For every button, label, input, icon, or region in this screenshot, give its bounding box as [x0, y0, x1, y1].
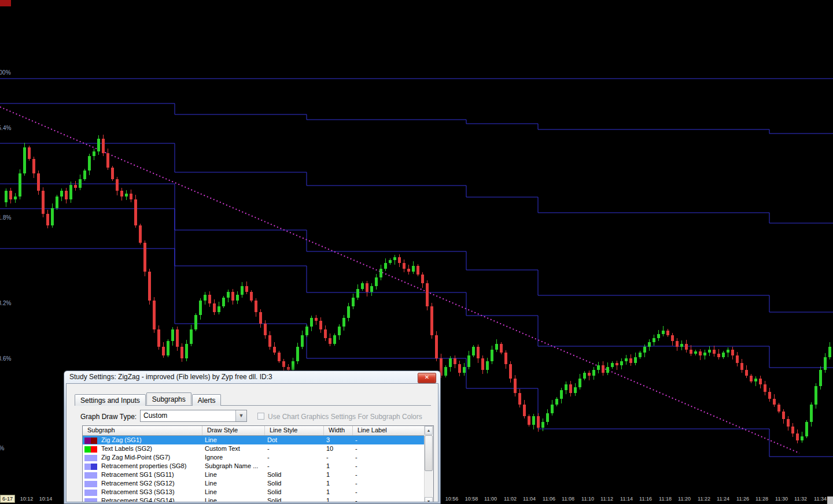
use-chart-graphics-checkbox[interactable] — [257, 413, 264, 420]
line-style-cell[interactable]: Dot — [265, 436, 324, 444]
line-label-cell[interactable]: - — [353, 444, 425, 453]
time-axis-label: 10:56 — [445, 496, 459, 502]
width-cell[interactable]: 1 — [324, 470, 353, 479]
subgraph-color-swatch[interactable] — [83, 479, 99, 488]
subgraph-name-cell[interactable]: Retracement SG3 (SG13) — [99, 488, 202, 496]
column-header[interactable]: Draw Style — [202, 426, 265, 435]
draw-style-cell[interactable]: Line — [202, 488, 265, 496]
time-axis-label: 11:16 — [639, 496, 652, 502]
line-style-cell[interactable]: - — [265, 462, 324, 470]
study-settings-dialog: Study Settings: ZigZag - improved (Fib l… — [64, 370, 441, 504]
subgraph-color-swatch[interactable] — [83, 470, 99, 479]
width-cell[interactable]: 1 — [324, 479, 353, 488]
scrollbar-thumb[interactable] — [425, 435, 433, 471]
width-cell[interactable]: 1 — [324, 488, 353, 496]
dropdown-selected-value: Custom — [143, 412, 167, 420]
subgraph-color-swatch[interactable] — [83, 496, 99, 502]
tab-subgraphs[interactable]: Subgraphs — [146, 392, 191, 405]
subgraphs-table: SubgraphDraw StyleLine StyleWidthLine La… — [82, 425, 434, 502]
line-label-cell[interactable]: - — [353, 488, 425, 496]
subgraph-row[interactable]: Retracement SG4 (SG14)LineSolid1- — [83, 496, 425, 502]
subgraph-color-swatch[interactable] — [83, 436, 99, 444]
subgraph-row[interactable]: Text Labels (SG2)Custom Text-10- — [83, 444, 425, 453]
time-axis-label: 10:58 — [465, 496, 478, 502]
time-axis-label: 10:14 — [39, 496, 53, 502]
fib-retracement-line — [0, 143, 833, 223]
width-cell[interactable]: 3 — [324, 436, 353, 444]
line-label-cell[interactable]: - — [353, 470, 425, 479]
table-scrollbar[interactable]: ▲ ▼ — [424, 426, 433, 502]
dialog-titlebar[interactable]: Study Settings: ZigZag - improved (Fib l… — [66, 371, 438, 383]
fib-percent-label: 38.2% — [0, 300, 11, 306]
subgraph-name-cell[interactable]: Text Labels (SG2) — [99, 444, 202, 453]
draw-style-cell[interactable]: Ignore — [202, 453, 265, 462]
connection-status-box — [0, 0, 11, 6]
width-cell[interactable]: 1 — [324, 462, 353, 470]
subgraph-row[interactable]: Retracement SG2 (SG12)LineSolid1- — [83, 479, 425, 488]
subgraph-row[interactable]: Retracement properties (SG8)Subgraph Nam… — [83, 462, 425, 470]
column-header[interactable]: Line Label — [353, 426, 425, 435]
graph-draw-type-dropdown[interactable]: Custom ▼ — [140, 410, 247, 422]
subgraph-row[interactable]: Zig Zag (SG1)LineDot3- — [83, 436, 425, 444]
tab-strip: Settings and InputsSubgraphsAlerts — [75, 392, 431, 406]
time-axis-label: 10:12 — [20, 496, 34, 502]
subgraph-row[interactable]: Zig Zag Mid-Point (SG7)Ignore--- — [83, 453, 425, 462]
fib-retracement-line — [0, 209, 833, 368]
time-axis-label: 11:22 — [698, 496, 710, 502]
line-label-cell[interactable]: - — [353, 462, 425, 470]
subgraph-color-swatch[interactable] — [83, 462, 99, 470]
subgraph-name-cell[interactable]: Zig Zag (SG1) — [99, 436, 202, 444]
subgraph-row[interactable]: Retracement SG3 (SG13)LineSolid1- — [83, 488, 425, 496]
scroll-down-button[interactable]: ▼ — [425, 497, 433, 502]
subgraph-row[interactable]: Retracement SG1 (SG11)LineSolid1- — [83, 470, 425, 479]
column-header[interactable]: Width — [324, 426, 353, 435]
line-style-cell[interactable]: - — [265, 444, 324, 453]
fib-percent-label: 23.6% — [0, 355, 11, 362]
time-axis-label: 11:00 — [484, 496, 497, 502]
chart-window: 100%85.4%61.8%38.2%23.6%0% 10:1210:1410:… — [0, 0, 833, 504]
scrollbar-corner — [827, 496, 833, 504]
time-axis-label: 11:10 — [581, 496, 594, 502]
time-axis-label: 11:34 — [814, 496, 827, 502]
width-cell[interactable]: 1 — [324, 496, 353, 502]
scroll-up-button[interactable]: ▲ — [425, 426, 433, 435]
line-label-cell[interactable]: - — [353, 496, 425, 502]
line-label-cell[interactable]: - — [353, 436, 425, 444]
line-style-cell[interactable]: Solid — [265, 496, 324, 502]
tab-settings-and-inputs[interactable]: Settings and Inputs — [75, 394, 146, 406]
column-header[interactable]: Line Style — [265, 426, 324, 435]
subgraph-color-swatch[interactable] — [83, 488, 99, 496]
close-button[interactable]: ✕ — [418, 373, 436, 383]
subgraph-color-swatch[interactable] — [83, 453, 99, 462]
draw-style-cell[interactable]: Subgraph Name ... — [202, 462, 265, 470]
line-style-cell[interactable]: Solid — [265, 488, 324, 496]
subgraph-name-cell[interactable]: Retracement SG4 (SG14) — [99, 496, 202, 502]
tab-alerts[interactable]: Alerts — [192, 394, 222, 406]
draw-style-cell[interactable]: Line — [202, 470, 265, 479]
line-label-cell[interactable]: - — [353, 453, 425, 462]
line-label-cell[interactable]: - — [353, 479, 425, 488]
column-header[interactable]: Subgraph — [83, 426, 202, 435]
width-cell[interactable]: - — [324, 453, 353, 462]
subgraph-name-cell[interactable]: Retracement properties (SG8) — [99, 462, 202, 470]
draw-style-cell[interactable]: Line — [202, 479, 265, 488]
graph-draw-type-label: Graph Draw Type: — [80, 413, 137, 421]
subgraph-color-swatch[interactable] — [83, 444, 99, 453]
line-style-cell[interactable]: Solid — [265, 470, 324, 479]
subgraph-name-cell[interactable]: Retracement SG1 (SG11) — [99, 470, 202, 479]
time-axis-label: 11:14 — [620, 496, 633, 502]
width-cell[interactable]: 10 — [324, 444, 353, 453]
draw-style-cell[interactable]: Line — [202, 436, 265, 444]
time-axis-label: 11:18 — [659, 496, 672, 502]
draw-style-cell[interactable]: Custom Text — [202, 444, 265, 453]
line-style-cell[interactable]: - — [265, 453, 324, 462]
fib-percent-label: 85.4% — [0, 125, 11, 131]
chevron-down-icon[interactable]: ▼ — [235, 410, 246, 421]
time-axis-label: 11:26 — [736, 496, 749, 502]
subgraph-name-cell[interactable]: Retracement SG2 (SG12) — [99, 479, 202, 488]
time-axis-label: 11:30 — [775, 496, 788, 502]
draw-style-cell[interactable]: Line — [202, 496, 265, 502]
dialog-body: Settings and InputsSubgraphsAlerts Graph… — [66, 383, 438, 502]
line-style-cell[interactable]: Solid — [265, 479, 324, 488]
subgraph-name-cell[interactable]: Zig Zag Mid-Point (SG7) — [99, 453, 202, 462]
